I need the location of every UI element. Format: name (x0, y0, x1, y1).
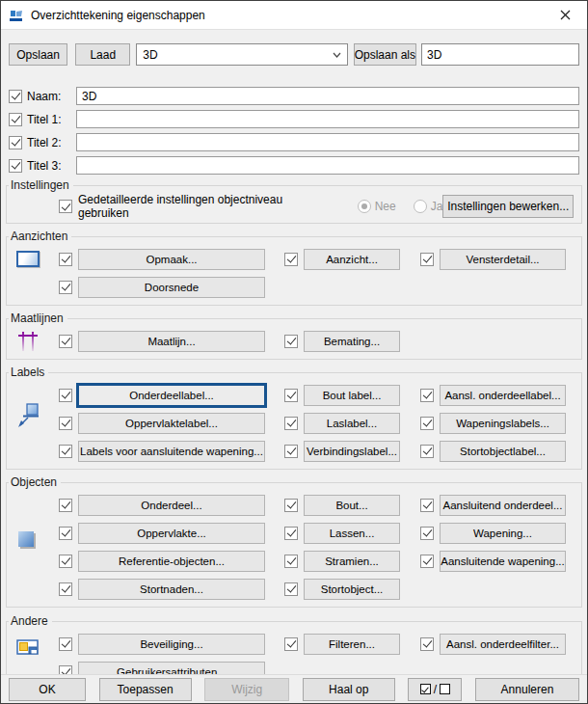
doorsnede-button[interactable]: Doorsnede (78, 277, 265, 298)
bemating-button[interactable]: Bemating... (304, 331, 400, 352)
vensterdetail-button[interactable]: Vensterdetail... (440, 249, 566, 270)
wapening-button[interactable]: Wapening... (440, 523, 566, 544)
stortobjectlabel-checkbox[interactable] (420, 445, 434, 458)
filteren-button[interactable]: Filteren... (304, 634, 400, 655)
labels-legend: Labels (9, 366, 48, 379)
instellingen-bewerken-button[interactable]: Instellingen bewerken... (442, 195, 574, 218)
stortobject-button[interactable]: Stortobject... (304, 579, 400, 600)
naam-checkbox[interactable] (9, 90, 22, 103)
referentie-objecten-button[interactable]: Referentie-objecten... (78, 551, 265, 572)
maatlijn-checkbox[interactable] (59, 335, 72, 348)
wapeningslabels-button[interactable]: Wapeningslabels... (440, 413, 566, 434)
opmaak-button[interactable]: Opmaak... (78, 249, 265, 270)
labels-aansluitende-wapening-checkbox[interactable] (59, 445, 72, 458)
aansluitend-onderdeel-checkbox[interactable] (420, 499, 434, 512)
chevron-down-icon (333, 52, 341, 58)
oppervlakte-checkbox[interactable] (59, 527, 72, 540)
naam-input[interactable] (76, 87, 579, 105)
instellingen-legend: Instellingen (9, 178, 73, 192)
maatlijn-button[interactable]: Maatlijn... (78, 331, 265, 352)
lassen-checkbox[interactable] (284, 527, 298, 540)
stortnaden-button[interactable]: Stortnaden... (78, 579, 265, 600)
nee-radio[interactable] (358, 200, 371, 213)
laslabel-checkbox[interactable] (284, 417, 298, 430)
opmaak-checkbox[interactable] (59, 253, 72, 266)
lassen-button[interactable]: Lassen... (304, 523, 400, 544)
beveiliging-button[interactable]: Beveiliging... (78, 634, 265, 655)
onderdeellabel-checkbox[interactable] (59, 389, 72, 402)
opslaan-als-button[interactable]: Opslaan als (354, 43, 416, 66)
vensterdetail-checkbox[interactable] (420, 253, 434, 266)
titel-3-checkbox[interactable] (9, 159, 22, 173)
drawing-properties-dialog: Overzichttekening eigenschappen Opslaan … (0, 0, 588, 704)
annuleren-button[interactable]: Annuleren (475, 678, 579, 701)
layout-component-icon (16, 639, 40, 661)
haal-op-button[interactable]: Haal op (303, 678, 395, 701)
onderdeellabel-button[interactable]: Onderdeellabel... (78, 385, 265, 406)
stortobject-checkbox[interactable] (284, 582, 298, 596)
dialog-footer: OK Toepassen Wijzig Haal op / Annuleren (1, 674, 587, 703)
ja-radio[interactable] (414, 200, 427, 213)
bemating-checkbox[interactable] (284, 335, 298, 348)
close-button[interactable] (544, 1, 587, 29)
ok-button[interactable]: OK (9, 678, 86, 701)
bout-button[interactable]: Bout... (304, 495, 400, 516)
titel-3-label: Titel 3: (27, 159, 62, 173)
laslabel-button[interactable]: Laslabel... (304, 413, 400, 434)
aansl-onderdeelfilter-button[interactable]: Aansl. onderdeelfilter... (440, 634, 566, 655)
verbindingslabel-checkbox[interactable] (284, 445, 298, 458)
titel-2-label: Titel 2: (27, 136, 62, 149)
labels-group: Labels Onderdeellabel... Bout label... (6, 372, 582, 470)
stramien-button[interactable]: Stramien... (304, 551, 400, 572)
aansl-onderdeelfilter-checkbox[interactable] (420, 637, 434, 651)
stramien-checkbox[interactable] (284, 555, 298, 568)
aansluitende-wapening-checkbox[interactable] (420, 555, 434, 568)
preset-toolbar: Opslaan Laad 3D Opslaan als (1, 30, 587, 66)
referentie-objecten-checkbox[interactable] (59, 555, 72, 568)
bout-label-button[interactable]: Bout label... (304, 385, 400, 406)
verbindingslabel-button[interactable]: Verbindingslabel... (304, 441, 400, 462)
stortnaden-checkbox[interactable] (59, 582, 72, 596)
oppervlakte-button[interactable]: Oppervlakte... (78, 523, 265, 544)
opslaan-button[interactable]: Opslaan (9, 43, 67, 66)
detailed-settings-label: Gedetailleerde instellingen objectniveau… (78, 193, 329, 220)
filteren-checkbox[interactable] (284, 637, 298, 651)
aansl-onderdeellabel-checkbox[interactable] (420, 389, 434, 402)
titel-3-input[interactable] (76, 156, 579, 175)
instellingen-group: Instellingen Gedetailleerde instellingen… (6, 185, 582, 224)
titel-2-input[interactable] (76, 133, 579, 151)
titel-1-input[interactable] (76, 110, 579, 128)
wapening-checkbox[interactable] (420, 527, 434, 540)
opslaan-als-input[interactable] (421, 43, 579, 66)
aanzicht-checkbox[interactable] (284, 253, 298, 266)
preset-combobox[interactable]: 3D (136, 43, 347, 66)
aansluitende-wapening-button[interactable]: Aansluitende wapening... (440, 551, 566, 572)
onderdeel-button[interactable]: Onderdeel... (78, 495, 265, 516)
ja-radio-label: Ja (431, 200, 443, 213)
doorsnede-checkbox[interactable] (59, 281, 72, 294)
bout-checkbox[interactable] (284, 499, 298, 512)
aansl-onderdeellabel-button[interactable]: Aansl. onderdeellabel... (440, 385, 566, 406)
aansluitend-onderdeel-button[interactable]: Aansluitend onderdeel... (440, 495, 566, 516)
titel-1-row: Titel 1: (9, 110, 579, 128)
bout-label-checkbox[interactable] (284, 389, 298, 402)
aanzichten-group: Aanzichten Opmaak... Aanzicht... Venster… (6, 236, 582, 306)
beveiliging-checkbox[interactable] (59, 637, 72, 651)
labels-aansluitende-wapening-button[interactable]: Labels voor aansluitende wapening... (78, 441, 265, 462)
titel-2-checkbox[interactable] (9, 136, 22, 149)
oppervlaktelabel-button[interactable]: Oppervlaktelabel... (78, 413, 265, 434)
titel-2-row: Titel 2: (9, 133, 579, 151)
nee-radio-label: Nee (375, 200, 396, 213)
detailed-settings-checkbox[interactable] (59, 200, 72, 213)
titel-1-checkbox[interactable] (9, 113, 22, 126)
stortobjectlabel-button[interactable]: Stortobjectlabel... (440, 441, 566, 462)
toggle-all-checkboxes-button[interactable]: / (408, 678, 462, 701)
maatlijnen-legend: Maatlijnen (9, 311, 67, 325)
onderdeel-checkbox[interactable] (59, 499, 72, 512)
oppervlaktelabel-checkbox[interactable] (59, 417, 72, 430)
toepassen-button[interactable]: Toepassen (99, 678, 192, 701)
laad-button[interactable]: Laad (75, 43, 130, 66)
objecten-group: Objecten Onderdeel... Bout... Aansluiten… (6, 482, 582, 608)
wapeningslabels-checkbox[interactable] (420, 417, 434, 430)
aanzicht-button[interactable]: Aanzicht... (304, 249, 400, 270)
